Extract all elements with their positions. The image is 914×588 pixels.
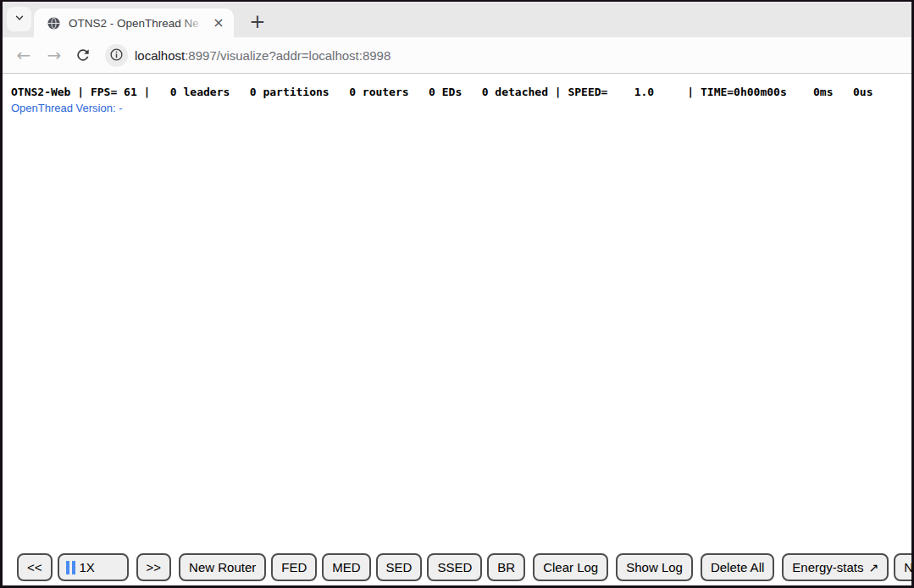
energy-stats-button[interactable]: Energy-stats ↗ <box>782 553 889 581</box>
br-button[interactable]: BR <box>487 553 525 581</box>
fast-forward-button[interactable]: >> <box>136 553 172 581</box>
node-stats-label: Node-stats <box>904 560 911 574</box>
browser-tab[interactable]: OTNS2 - OpenThread Ne × <box>34 8 234 37</box>
tab-title-wrap: OTNS2 - OpenThread Ne <box>69 15 210 31</box>
tab-title-fade <box>181 15 210 31</box>
chevron-down-icon <box>14 12 25 26</box>
url-path: :8997/visualize?addr=localhost:8998 <box>185 48 391 63</box>
fed-button[interactable]: FED <box>271 553 317 581</box>
ssed-button[interactable]: SSED <box>427 553 482 581</box>
tab-strip: OTNS2 - OpenThread Ne × + <box>3 2 911 37</box>
url-input[interactable]: localhost:8997/visualize?addr=localhost:… <box>135 37 391 73</box>
reload-icon <box>75 53 91 66</box>
pause-speed-button[interactable]: 1X <box>58 553 129 581</box>
pause-icon <box>66 561 75 574</box>
new-tab-button[interactable]: + <box>245 8 270 34</box>
rewind-button[interactable]: << <box>17 553 53 581</box>
info-icon <box>109 47 124 64</box>
back-icon[interactable]: ← <box>13 37 35 73</box>
med-button[interactable]: MED <box>322 553 370 581</box>
speed-label: 1X <box>80 560 95 574</box>
simulator-status-line: OTNS2-Web | FPS= 61 | 0 leaders 0 partit… <box>11 86 872 98</box>
show-log-button[interactable]: Show Log <box>616 553 693 581</box>
address-toolbar: ← → localhost:8997/visualize?addr=localh… <box>3 37 911 74</box>
globe-favicon-icon <box>47 16 61 31</box>
clear-log-button[interactable]: Clear Log <box>533 553 608 581</box>
external-link-icon: ↗ <box>869 561 879 574</box>
openthread-version-label: OpenThread Version: - <box>11 102 123 114</box>
bottom-toolbar: << 1X >> New Router FED MED SED SSED BR … <box>17 553 911 581</box>
energy-stats-label: Energy-stats <box>792 560 863 574</box>
tab-title: OTNS2 - OpenThread Ne <box>69 17 199 30</box>
new-router-button[interactable]: New Router <box>179 553 266 581</box>
sed-button[interactable]: SED <box>376 553 423 581</box>
forward-icon[interactable]: → <box>43 37 65 73</box>
tab-list-button[interactable] <box>7 7 31 31</box>
site-info-button[interactable] <box>105 44 128 67</box>
tab-close-button[interactable]: × <box>210 14 227 31</box>
reload-button[interactable] <box>73 46 93 66</box>
url-host: localhost <box>135 48 185 63</box>
delete-all-button[interactable]: Delete All <box>701 553 774 581</box>
browser-window: OTNS2 - OpenThread Ne × + ← → l <box>0 0 914 588</box>
node-stats-button[interactable]: Node-stats ↗ <box>894 553 911 581</box>
page-canvas: OTNS2-Web | FPS= 61 | 0 leaders 0 partit… <box>3 74 911 585</box>
